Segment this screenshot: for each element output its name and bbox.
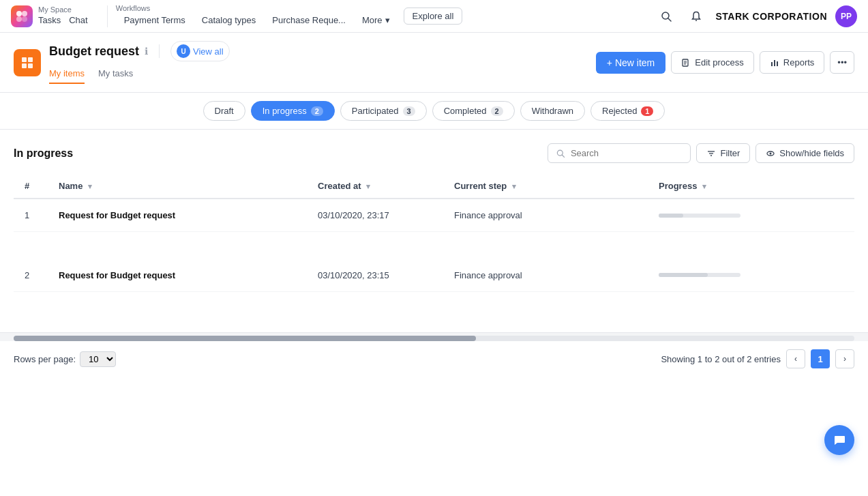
logo-icon [11,5,33,27]
svg-point-24 [770,152,772,154]
svg-line-19 [563,155,565,157]
scrollbar-thumb [14,336,476,341]
svg-rect-17 [777,61,778,66]
page-header: Budget request ℹ U View all My items My … [0,33,868,93]
page-header-inner: Budget request ℹ U View all My items My … [49,41,230,84]
cell-created-1: 03/10/2020, 23:15 [307,259,443,292]
filter-button[interactable]: Filter [696,143,750,163]
explore-all-button[interactable]: Explore all [404,8,463,25]
page-1-button[interactable]: 1 [811,349,830,368]
user-avatar[interactable]: PP [835,5,857,27]
svg-line-5 [668,18,671,21]
col-name-header[interactable]: Name ▾ [48,174,307,199]
search-icon-button[interactable] [655,5,677,27]
tab-participated[interactable]: Participated 3 [340,101,427,121]
cell-created-0: 03/10/2020, 23:17 [307,199,443,232]
show-hide-fields-button[interactable]: Show/hide fields [755,143,854,163]
scrollbar-track [14,336,854,341]
cell-step-0: Finance approval [443,199,648,232]
view-all-button[interactable]: U View all [170,41,230,61]
svg-rect-15 [771,62,773,66]
col-progress-header[interactable]: Progress ▾ [648,174,854,199]
more-options-button[interactable]: ••• [830,51,854,74]
rows-per-page: Rows per page: 10 25 50 [14,351,116,367]
col-created-header[interactable]: Created at ▾ [307,174,443,199]
name-sort-icon: ▾ [88,182,92,190]
reports-button[interactable]: Reports [760,51,825,74]
tab-completed[interactable]: Completed 2 [432,101,515,121]
in-progress-badge: 2 [311,106,323,116]
more-button[interactable]: More ▾ [354,12,398,28]
search-box [548,143,691,163]
svg-point-1 [22,11,27,16]
svg-point-0 [16,11,22,16]
svg-point-2 [16,16,22,22]
table-row: 1 Request for Budget request 03/10/2020,… [14,199,854,232]
view-all-u-badge: U [177,44,190,58]
workflows-label: Workflows [116,4,398,12]
progress-fill-1 [659,273,708,277]
scrollbar-area[interactable] [0,333,868,341]
content-controls: Filter Show/hide fields [548,143,854,163]
title-divider [159,44,160,58]
search-icon [556,149,565,158]
tab-withdrawn[interactable]: Withdrawn [520,101,585,121]
svg-rect-7 [22,57,27,62]
company-name: STARK CORPORATION [715,11,827,22]
step-sort-icon: ▾ [512,182,516,190]
pagination-info: Showing 1 to 2 out of 2 entries ‹ 1 › [661,349,854,368]
table-footer: Rows per page: 10 25 50 Showing 1 to 2 o… [0,332,868,377]
next-page-button[interactable]: › [835,349,854,368]
app-logo [11,5,33,27]
workflows-section: Workflows Payment Terms Catalog types Pu… [116,4,398,28]
my-space-section: My Space Tasks Chat [38,5,88,27]
tab-my-items[interactable]: My items [49,64,85,84]
page-icon [14,49,41,76]
title-row: Budget request ℹ U View all [49,41,230,61]
prev-page-button[interactable]: ‹ [786,349,805,368]
filter-icon [706,149,716,158]
nav-divider [107,5,108,27]
rejected-badge: 1 [641,106,653,116]
info-icon[interactable]: ℹ [145,46,148,57]
progress-bar-0 [659,214,740,218]
spacer-row [14,291,854,319]
search-input[interactable] [571,148,683,158]
payment-terms-link[interactable]: Payment Terms [116,12,194,28]
progress-bar-1 [659,273,740,277]
catalog-types-link[interactable]: Catalog types [194,12,265,28]
top-nav: My Space Tasks Chat Workflows Payment Te… [0,0,868,33]
cell-name-1: Request for Budget request [48,259,307,292]
svg-rect-8 [28,57,33,62]
header-actions: + New item Edit process Reports ••• [596,51,854,74]
notifications-icon-button[interactable] [685,5,707,27]
eye-icon [766,149,775,158]
spacer-row [14,232,854,259]
reports-icon [770,58,779,68]
edit-process-button[interactable]: Edit process [671,51,754,74]
cell-progress-0 [648,199,854,232]
svg-rect-10 [28,63,33,68]
col-hash-header: # [14,174,48,199]
tab-rejected[interactable]: Rejected 1 [590,101,665,121]
svg-point-6 [695,20,697,21]
chevron-down-icon: ▾ [385,15,390,25]
cell-step-1: Finance approval [443,259,648,292]
new-item-button[interactable]: + New item [596,52,665,74]
table-header-row: # Name ▾ Created at ▾ Current step ▾ Pro… [14,174,854,199]
svg-point-3 [22,16,27,22]
purchase-request-link[interactable]: Purchase Reque... [264,12,354,28]
chat-link[interactable]: Chat [69,14,87,27]
page-nav-tabs: My items My tasks [49,64,230,84]
tab-my-tasks[interactable]: My tasks [98,64,133,84]
tab-draft[interactable]: Draft [203,101,245,121]
cell-progress-1 [648,259,854,292]
tasks-link[interactable]: Tasks [38,14,61,27]
table-row: 2 Request for Budget request 03/10/2020,… [14,259,854,292]
rows-per-page-select[interactable]: 10 25 50 [80,351,116,367]
tab-in-progress[interactable]: In progress 2 [251,101,335,121]
col-step-header[interactable]: Current step ▾ [443,174,648,199]
content-header: In progress Filter [14,143,854,163]
workflows-links: Payment Terms Catalog types Purchase Req… [116,12,398,28]
main-content: In progress Filter [0,130,868,332]
